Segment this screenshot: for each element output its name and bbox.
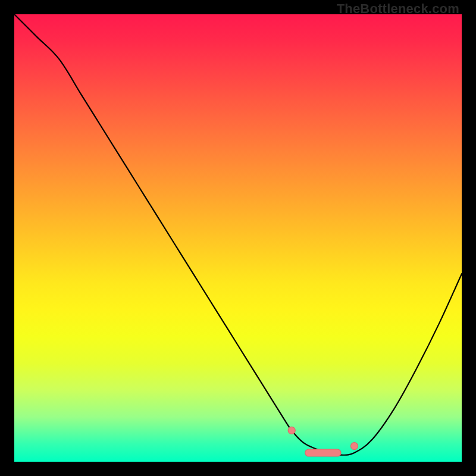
curve-svg <box>14 14 462 462</box>
curve-marker-pill <box>305 449 341 456</box>
curve-markers <box>288 427 358 456</box>
plot-area <box>14 14 462 462</box>
watermark-text: TheBottleneck.com <box>337 1 459 17</box>
curve-marker-dot <box>288 427 295 434</box>
bottleneck-curve <box>14 14 462 455</box>
chart-container: TheBottleneck.com <box>0 0 476 476</box>
curve-marker-dot <box>351 443 358 450</box>
